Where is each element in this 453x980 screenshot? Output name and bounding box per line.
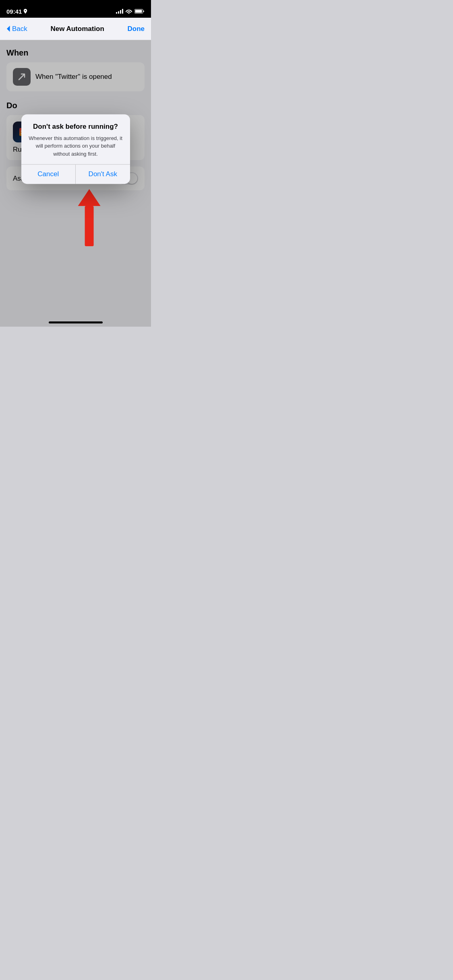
svg-rect-1: [135, 10, 142, 13]
alert-content: Don't ask before running? Whenever this …: [21, 114, 130, 165]
alert-message: Whenever this automation is triggered, i…: [28, 134, 124, 158]
page-title: New Automation: [50, 25, 104, 33]
done-button[interactable]: Done: [128, 25, 145, 33]
status-bar: 09:41: [0, 0, 151, 18]
status-time: 09:41: [6, 8, 27, 15]
back-button[interactable]: Back: [6, 25, 27, 33]
battery-icon: [134, 9, 145, 14]
status-icons: [116, 9, 145, 14]
alert-buttons: Cancel Don't Ask: [21, 165, 130, 184]
alert-title: Don't ask before running?: [28, 122, 124, 131]
dont-ask-button[interactable]: Don't Ask: [76, 165, 130, 184]
annotation-arrow: [78, 189, 100, 246]
arrow-shaft: [85, 206, 93, 246]
alert-dialog: Don't ask before running? Whenever this …: [21, 114, 130, 184]
location-icon: [23, 9, 27, 14]
wifi-icon: [126, 9, 132, 14]
arrow-head: [78, 189, 100, 206]
nav-bar: Back New Automation Done: [0, 18, 151, 40]
signal-icon: [116, 9, 123, 14]
main-content: When When "Twitter" is opened Do: [0, 40, 151, 327]
cancel-button[interactable]: Cancel: [21, 165, 76, 184]
